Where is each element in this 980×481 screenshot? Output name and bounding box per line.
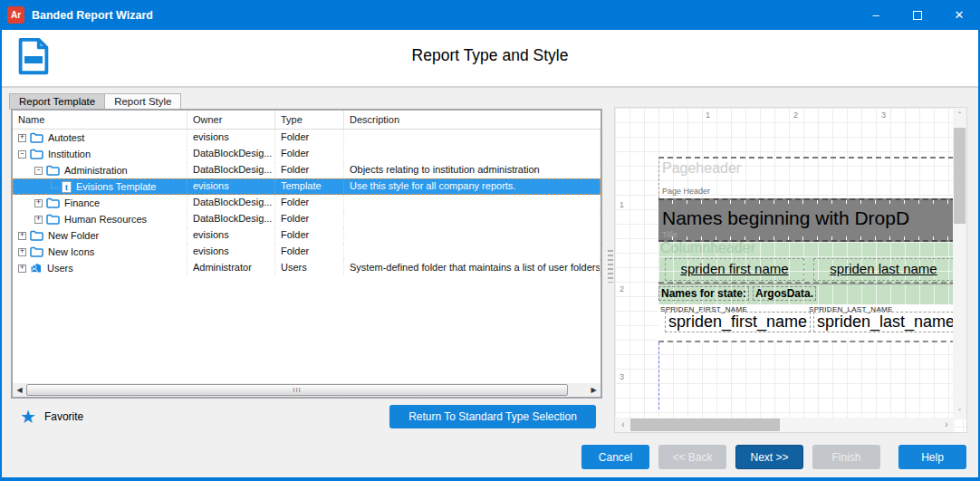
users-icon (30, 263, 43, 274)
column-header-type[interactable]: Type (275, 111, 344, 129)
folder-icon (30, 230, 43, 241)
folder-icon (30, 132, 43, 143)
scroll-right-arrow-icon[interactable]: › (939, 418, 954, 432)
expand-toggle[interactable]: + (34, 216, 43, 224)
preview-hscroll-thumb[interactable] (630, 418, 780, 431)
next-button[interactable]: Next >> (735, 445, 803, 469)
row-type: Folder (275, 162, 344, 178)
row-owner: DataBlockDesig... (187, 195, 275, 211)
row-owner: evisions (187, 227, 275, 244)
row-type: Folder (275, 146, 344, 162)
table-row[interactable]: t Evisions Template evisions Template Us… (13, 178, 600, 195)
columnheader-band[interactable]: Columnheader spriden first name spriden … (658, 242, 956, 284)
banded-report-wizard-window: Ar Banded Report Wizard – ✕ Report Type … (0, 0, 980, 481)
table-row[interactable]: - Institution DataBlockDesig... Folder (13, 146, 600, 162)
pageheader-band-label: Pageheader (662, 160, 741, 177)
expand-toggle[interactable]: + (18, 248, 26, 256)
template-icon: t (62, 181, 72, 193)
column-header-name[interactable]: Name (13, 111, 187, 129)
expand-toggle[interactable]: + (18, 265, 26, 273)
row-type: Users (275, 260, 344, 276)
column-header-owner[interactable]: Owner (187, 111, 275, 129)
scroll-left-arrow-icon[interactable]: ‹ (616, 418, 630, 432)
expand-toggle[interactable]: - (34, 167, 43, 175)
title-band[interactable]: Names beginning with DropD Title (658, 198, 956, 242)
ruler-left-2: 2 (620, 284, 624, 293)
row-name: Users (47, 263, 73, 274)
help-button[interactable]: Help (898, 445, 966, 469)
expand-toggle[interactable]: + (18, 134, 26, 142)
table-row[interactable]: + New Icons evisions Folder (13, 244, 600, 260)
tree-horizontal-scrollbar[interactable]: ◀ III ▶ (13, 383, 600, 397)
row-description (344, 244, 600, 260)
cancel-button[interactable]: Cancel (581, 445, 649, 469)
table-row[interactable]: + Autotest evisions Folder (13, 130, 600, 146)
table-row[interactable]: + Users Administrator Users System-defin… (13, 260, 600, 276)
row-name: Administration (64, 165, 128, 176)
column2-header-textbox[interactable]: spriden last name (814, 259, 953, 280)
row-owner: Administrator (187, 260, 275, 276)
column-header-description[interactable]: Description (344, 111, 600, 129)
close-button[interactable]: ✕ (938, 0, 980, 30)
pageheader-band[interactable]: Pageheader Page Header (658, 157, 954, 198)
preview-horizontal-scrollbar[interactable]: ‹ › (615, 418, 955, 432)
column1-header-textbox[interactable]: spriden first name (666, 259, 803, 280)
title-band-ticks-top (658, 200, 956, 204)
report-preview-pane: 1 2 3 1 2 3 Pageheader Page Header Names… (614, 107, 967, 433)
tab-report-template[interactable]: Report Template (9, 93, 105, 110)
finish-button: Finish (812, 445, 880, 469)
pane-splitter[interactable] (608, 250, 613, 283)
row-name: Evisions Template (76, 181, 156, 192)
left-margin-guide (658, 342, 659, 409)
field1-textbox[interactable]: spriden_first_name (666, 313, 810, 332)
scroll-up-arrow-icon[interactable]: ˆ (953, 108, 966, 122)
table-header-row: Name Owner Type Description (13, 111, 600, 130)
back-button: << Back (658, 445, 726, 469)
report-title-text[interactable]: Names beginning with DropD (662, 207, 909, 229)
preview-vscroll-thumb[interactable] (954, 128, 966, 224)
group-header-band[interactable]: Names for state: ArgosData. (658, 284, 956, 304)
tree-scroll-thumb[interactable]: III (26, 384, 568, 396)
scroll-left-arrow-icon[interactable]: ◀ (13, 383, 26, 397)
favorite-star-icon[interactable]: ★ (20, 406, 36, 428)
wizard-header: Report Type and Style (2, 30, 978, 88)
row-owner: evisions (187, 178, 275, 195)
row-name: Institution (48, 149, 91, 159)
title-bar[interactable]: Ar Banded Report Wizard – ✕ (0, 0, 980, 30)
row-description (344, 146, 600, 162)
row-description: System-defined folder that maintains a l… (344, 260, 600, 276)
tab-report-style[interactable]: Report Style (105, 93, 181, 110)
preview-vertical-scrollbar[interactable]: ˆ ˇ (953, 108, 966, 419)
row-name: Autotest (48, 132, 84, 143)
state-label-textbox[interactable]: Names for state: (659, 287, 748, 300)
expand-toggle[interactable]: - (18, 150, 26, 159)
row-owner: evisions (187, 244, 275, 260)
table-row[interactable]: - Administration DataBlockDesig... Folde… (13, 162, 600, 178)
row-owner: evisions (187, 130, 275, 146)
row-type: Folder (275, 211, 344, 227)
row-description (344, 195, 600, 211)
expand-toggle[interactable]: + (18, 232, 26, 240)
footer-button-bar: Cancel<< BackNext >>FinishHelp (581, 445, 966, 469)
template-tree-panel: Name Owner Type Description + Autotest e… (11, 109, 602, 399)
folder-icon (46, 165, 60, 176)
row-type: Template (275, 178, 344, 195)
ruler-top-1: 1 (706, 111, 710, 120)
expand-toggle[interactable]: + (34, 199, 43, 207)
folder-icon (46, 214, 60, 225)
app-icon: Ar (7, 6, 24, 24)
field2-textbox[interactable]: spriden_last_name (814, 313, 957, 332)
state-value-textbox[interactable]: ArgosData. (754, 287, 815, 300)
table-row[interactable]: + Finance DataBlockDesig... Folder (13, 195, 600, 211)
table-row[interactable]: + New Folder evisions Folder (13, 227, 600, 244)
return-to-standard-type-button[interactable]: Return To Standard Type Selection (389, 405, 596, 428)
detail-band[interactable]: SPRIDEN_FIRST_NAME spriden_first_name SP… (658, 304, 956, 342)
table-row[interactable]: + Human Resources DataBlockDesig... Fold… (13, 211, 600, 227)
maximize-button[interactable] (897, 0, 938, 30)
scroll-down-arrow-icon[interactable]: ˇ (953, 405, 966, 419)
favorite-label: Favorite (44, 410, 83, 423)
row-name: New Folder (48, 230, 99, 241)
scroll-right-arrow-icon[interactable]: ▶ (587, 383, 600, 397)
minimize-button[interactable]: – (855, 0, 897, 30)
tab-bar: Report Template Report Style (9, 93, 181, 110)
